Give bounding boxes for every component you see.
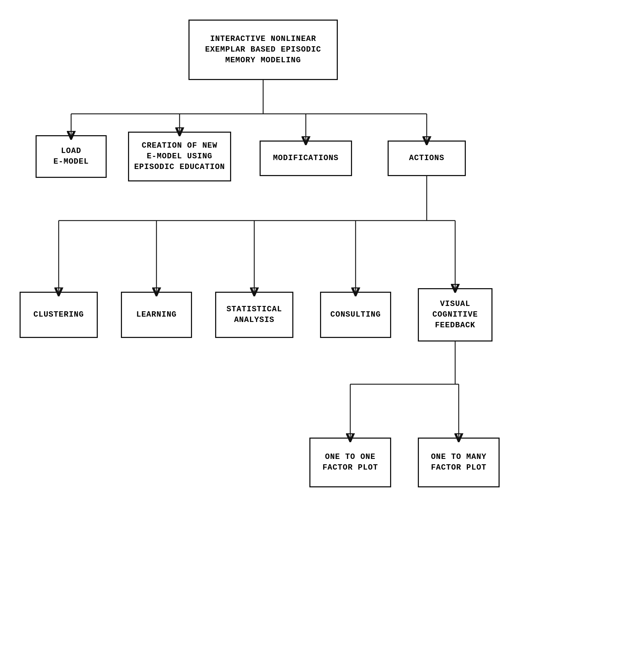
- node-clustering: CLUSTERING: [20, 292, 98, 338]
- node-consulting: CONSULTING: [320, 292, 391, 338]
- node-visual-cognitive: VISUAL COGNITIVE FEEDBACK: [418, 288, 492, 342]
- node-statistical-analysis: STATISTICAL ANALYSIS: [215, 292, 293, 338]
- node-one-to-one: ONE TO ONE FACTOR PLOT: [309, 438, 391, 487]
- node-one-to-many: ONE TO MANY FACTOR PLOT: [418, 438, 500, 487]
- node-actions: ACTIONS: [388, 141, 466, 176]
- node-root: INTERACTIVE NONLINEAR EXEMPLAR BASED EPI…: [188, 20, 338, 80]
- node-load-emodel: LOAD E-MODEL: [36, 135, 107, 178]
- node-creation: CREATION OF NEW E-MODEL USING EPISODIC E…: [128, 132, 231, 181]
- node-modifications: MODIFICATIONS: [260, 141, 352, 176]
- diagram-container: INTERACTIVE NONLINEAR EXEMPLAR BASED EPI…: [0, 0, 639, 672]
- node-learning: LEARNING: [121, 292, 192, 338]
